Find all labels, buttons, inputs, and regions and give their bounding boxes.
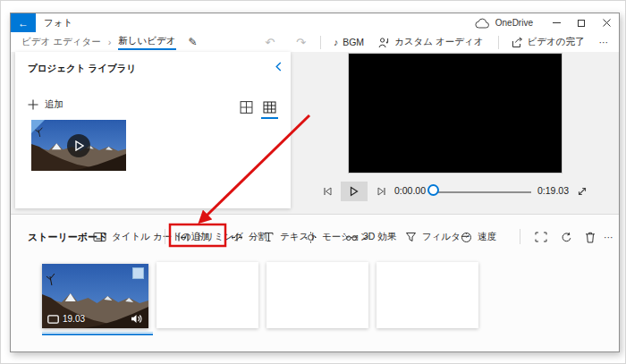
app-title: フォト — [44, 13, 72, 32]
title-bar: ← フォト OneDrive — [11, 13, 619, 32]
total-time: 0:19.03 — [537, 185, 569, 196]
storyboard-more-button[interactable]: ··· — [604, 225, 613, 249]
split-button[interactable]: 分割 — [231, 225, 267, 249]
breadcrumb-separator-icon: › — [108, 37, 112, 47]
grid-view-selected-underline — [261, 117, 278, 119]
command-actions: ↶ ↷ ♪ BGM カスタム オーディオ — [265, 32, 608, 52]
custom-audio-button[interactable]: カスタム オーディオ — [378, 36, 483, 48]
title-card-icon — [93, 232, 106, 242]
delete-button[interactable] — [585, 225, 596, 249]
add-media-button[interactable]: 追加 — [28, 98, 63, 111]
caption-buttons — [544, 13, 619, 32]
onedrive-status[interactable]: OneDrive — [475, 13, 533, 32]
empty-clip-slot — [266, 262, 368, 328]
play-button[interactable] — [341, 182, 368, 201]
rotate-icon — [561, 232, 572, 243]
rename-pencil-icon[interactable]: ✎ — [189, 36, 198, 48]
previous-frame-button[interactable] — [322, 186, 333, 197]
project-library-panel: プロジェクト ライブラリ 追加 — [15, 52, 291, 208]
filter-icon — [405, 232, 417, 242]
motion-icon — [305, 232, 317, 243]
speed-icon — [461, 232, 472, 243]
3d-effects-button[interactable]: 3D 効果 — [345, 225, 396, 249]
export-icon — [512, 37, 523, 48]
grid-view-large-icon[interactable] — [240, 99, 253, 115]
breadcrumb: ビデオ エディター › 新しいビデオ ✎ — [21, 32, 198, 52]
bgm-label: BGM — [343, 37, 364, 47]
split-icon — [231, 233, 243, 242]
fullscreen-icon[interactable] — [577, 186, 588, 197]
cloud-icon — [475, 18, 490, 29]
back-button[interactable]: ← — [11, 13, 36, 32]
3d-effects-icon — [345, 233, 358, 242]
music-note-icon: ♪ — [334, 37, 338, 47]
seek-thumb[interactable] — [427, 184, 439, 196]
finish-video-button[interactable]: ビデオの完了 — [512, 36, 585, 48]
grid-view-small-icon[interactable] — [263, 99, 276, 115]
resize-frame-icon — [535, 232, 547, 242]
clip-icon — [47, 315, 59, 324]
clip-selection-bar-highlight — [42, 332, 153, 333]
close-button[interactable] — [594, 13, 619, 32]
onedrive-label: OneDrive — [495, 18, 533, 28]
next-frame-button[interactable] — [376, 186, 387, 197]
resize-button[interactable] — [535, 225, 547, 249]
photos-app-window: ← フォト OneDrive ビデオ エ — [10, 13, 620, 352]
divider — [520, 229, 520, 244]
project-library-title: プロジェクト ライブラリ — [28, 63, 136, 75]
empty-clip-slot — [156, 262, 258, 328]
divider — [165, 229, 165, 244]
screenshot-root: ← フォト OneDrive ビデオ エ — [0, 0, 626, 364]
rotate-button[interactable] — [561, 225, 572, 249]
back-icon: ← — [18, 17, 29, 30]
library-video-thumbnail[interactable] — [31, 120, 126, 171]
divider — [498, 36, 499, 49]
clip-duration-badge: 19.03 — [47, 314, 85, 324]
trim-icon — [177, 233, 190, 242]
maximize-button[interactable] — [569, 13, 594, 32]
custom-audio-label: カスタム オーディオ — [394, 36, 483, 48]
command-bar: ビデオ エディター › 新しいビデオ ✎ ↶ ↷ ♪ BGM — [11, 32, 619, 52]
plus-icon — [28, 99, 38, 110]
speaker-icon[interactable] — [131, 314, 143, 324]
breadcrumb-video-editor[interactable]: ビデオ エディター — [21, 36, 101, 48]
editor-main-area: プロジェクト ライブラリ 追加 — [11, 52, 619, 214]
play-overlay-button[interactable] — [67, 134, 90, 157]
minimize-button[interactable] — [544, 13, 569, 32]
play-icon — [75, 140, 84, 151]
storyboard-section: ストーリーボード タイトル カードの追加 トリミング — [11, 214, 619, 351]
speed-button[interactable]: 速度 — [461, 225, 496, 249]
person-audio-icon — [378, 37, 390, 48]
seek-track[interactable] — [436, 191, 531, 193]
redo-button[interactable]: ↷ — [296, 36, 306, 49]
clip-select-checkbox[interactable] — [132, 267, 144, 279]
minimize-icon — [553, 22, 561, 23]
collapse-chevron-icon[interactable] — [275, 62, 282, 72]
add-media-label: 追加 — [45, 98, 63, 111]
clip-duration-text: 19.03 — [63, 314, 85, 324]
play-icon — [350, 186, 359, 197]
video-preview[interactable] — [348, 53, 563, 174]
undo-button[interactable]: ↶ — [265, 36, 275, 49]
storyboard-clip[interactable]: 19.03 — [42, 264, 148, 328]
more-options-button[interactable]: ··· — [599, 37, 609, 47]
clip-selection-bar — [42, 334, 153, 335]
trash-icon — [585, 232, 596, 243]
empty-clip-slot — [376, 262, 478, 328]
close-icon — [603, 19, 611, 27]
bgm-button[interactable]: ♪ BGM — [334, 37, 364, 47]
maximize-icon — [578, 20, 585, 27]
current-time: 0:00.00 — [394, 185, 426, 196]
text-icon — [263, 232, 275, 242]
breadcrumb-project-name[interactable]: 新しいビデオ — [118, 35, 175, 50]
divider — [320, 36, 321, 49]
finish-video-label: ビデオの完了 — [528, 36, 585, 48]
